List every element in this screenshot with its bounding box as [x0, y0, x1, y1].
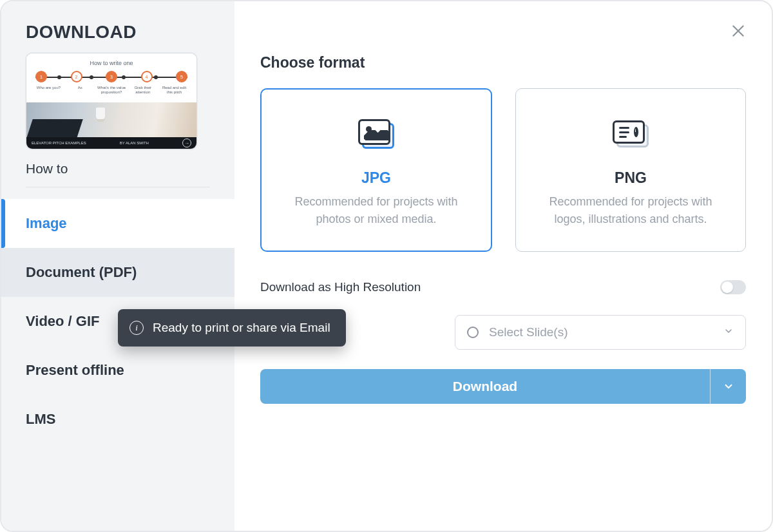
close-button[interactable]	[727, 19, 750, 43]
format-desc: Recommended for projects with logos, ill…	[534, 193, 727, 227]
sidebar-item-lms[interactable]: LMS	[1, 395, 234, 444]
sidebar-item-present-offline[interactable]: Present offline	[1, 346, 234, 395]
format-card-jpg[interactable]: JPG Recommended for projects with photos…	[260, 88, 492, 252]
document-chart-icon	[613, 120, 649, 147]
sidebar-item-label: LMS	[26, 411, 55, 428]
select-slides-placeholder: Select Slide(s)	[489, 325, 713, 339]
project-name: How to	[1, 153, 234, 187]
thumb-step: 5	[176, 71, 187, 82]
sidebar-title: DOWNLOAD	[26, 22, 210, 43]
select-slides-dropdown[interactable]: Select Slide(s)	[455, 315, 746, 350]
sidebar-item-image[interactable]: Image	[1, 199, 234, 248]
radio-unchecked-icon	[467, 327, 479, 338]
project-thumbnail[interactable]: How to write one 1 2 3 4 5 Who are you?	[26, 53, 197, 149]
thumb-step: 3	[106, 71, 117, 82]
sidebar-divider	[26, 187, 210, 187]
image-icon	[358, 119, 394, 149]
format-name: JPG	[361, 169, 391, 187]
main-panel: Choose format JPG Recommended for projec…	[234, 1, 772, 531]
download-button[interactable]: Download	[260, 369, 710, 404]
info-icon: i	[129, 321, 144, 335]
thumb-step: 4	[141, 71, 153, 82]
format-row: JPG Recommended for projects with photos…	[260, 88, 746, 252]
format-name: PNG	[615, 169, 647, 187]
sidebar-item-label: Image	[26, 215, 67, 232]
high-resolution-label: Download as High Resolution	[260, 280, 421, 294]
thumb-step: 2	[71, 71, 82, 82]
chevron-down-icon	[723, 326, 734, 339]
format-desc: Recommended for projects with photos or …	[280, 193, 473, 227]
choose-format-heading: Choose format	[260, 54, 746, 71]
sidebar-item-label: Present offline	[26, 362, 124, 379]
close-icon	[730, 23, 747, 39]
download-modal: DOWNLOAD How to write one 1 2 3 4 5	[0, 0, 773, 532]
thumb-footer-left: ELEVATOR PITCH EXAMPLES	[32, 141, 86, 145]
thumb-footer-right: BY ALAN SMITH	[120, 141, 149, 145]
high-resolution-toggle[interactable]	[720, 280, 746, 294]
sidebar-item-label: Document (PDF)	[26, 264, 137, 281]
document-pdf-tooltip: i Ready to print or share via Email	[118, 309, 346, 347]
download-button-group: Download	[260, 369, 746, 404]
tooltip-text: Ready to print or share via Email	[153, 321, 330, 335]
thumb-step: 1	[35, 71, 47, 82]
download-options-button[interactable]	[710, 369, 746, 404]
sidebar-item-document-pdf[interactable]: Document (PDF)	[1, 248, 234, 297]
sidebar: DOWNLOAD How to write one 1 2 3 4 5	[1, 1, 234, 531]
thumb-heading: How to write one	[26, 60, 196, 66]
chevron-down-icon	[723, 381, 734, 392]
download-button-label: Download	[453, 379, 517, 394]
sidebar-header: DOWNLOAD	[1, 1, 234, 53]
sidebar-item-label: Video / GIF	[26, 313, 100, 330]
project-thumbnail-wrap: How to write one 1 2 3 4 5 Who are you?	[1, 53, 234, 153]
high-resolution-row: Download as High Resolution	[260, 280, 746, 294]
format-card-png[interactable]: PNG Recommended for projects with logos,…	[515, 88, 746, 252]
thumb-arrow-icon: →	[182, 138, 191, 147]
